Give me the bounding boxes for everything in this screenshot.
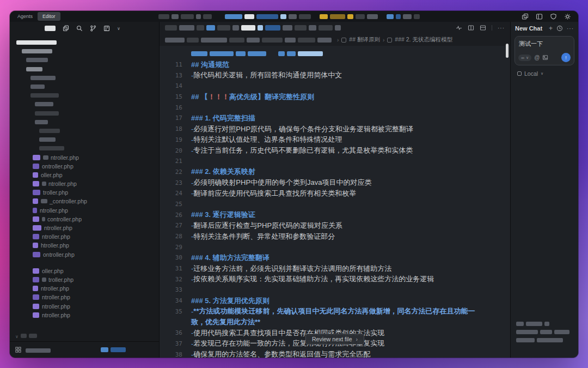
tree-item[interactable]: ntroller.php xyxy=(16,311,159,319)
activity-icon[interactable] xyxy=(456,25,462,31)
tree-item[interactable]: ntroller.php xyxy=(16,301,159,310)
tree-item[interactable]: ontroller.php xyxy=(16,250,159,259)
tree-item[interactable]: ntroller.php xyxy=(16,224,159,232)
code-line[interactable]: 34### 5. 方法复用优先原则 xyxy=(160,295,510,306)
tree-item[interactable]: oller.php xyxy=(16,267,159,275)
code-line[interactable]: 26### 3. 逐行逻辑验证 xyxy=(160,209,510,220)
tree-item[interactable]: ntroller.php xyxy=(16,293,159,301)
tree-item[interactable] xyxy=(16,56,159,64)
chat-input-card[interactable]: 测试一下 ∞ ∨ @ ↑ xyxy=(514,36,574,65)
redacted-block xyxy=(39,137,56,142)
tree-item[interactable] xyxy=(16,126,159,135)
tree-item[interactable] xyxy=(16,65,159,74)
editor-scrollbar[interactable] xyxy=(506,44,509,58)
code-line[interactable]: 29 xyxy=(160,242,510,252)
tree-item[interactable]: oller.php xyxy=(16,171,159,179)
code-editor[interactable]: 11## 沟通规范13- 除代码相关逻辑，所有回答和沟通使用简体中文1415##… xyxy=(160,46,510,358)
code-line[interactable]: 30### 4. 辅助方法完整翻译 xyxy=(160,252,510,263)
chat-message-input[interactable]: 测试一下 xyxy=(519,40,570,48)
rows-icon[interactable] xyxy=(480,25,486,31)
code-line[interactable]: 33 xyxy=(160,285,510,295)
code-line[interactable]: 17### 1. 代码完整扫描 xyxy=(160,113,510,124)
tree-item[interactable]: troller.php xyxy=(16,188,159,197)
chevron-down-icon[interactable]: ∨ xyxy=(117,26,120,31)
split-view-icon[interactable] xyxy=(468,25,474,31)
code-line[interactable] xyxy=(160,49,510,59)
code-line[interactable]: 24- 翻译前应先使用代码搜索工具查找所有相关类和枚举 xyxy=(160,188,510,199)
tree-item[interactable]: htroller.php xyxy=(16,241,159,250)
redacted-block xyxy=(268,51,276,56)
code-line[interactable]: 致，优先复用此方法** xyxy=(160,317,510,328)
model-mode-selector[interactable]: ∞ ∨ xyxy=(518,55,531,61)
code-text: ### 1. 代码完整扫描 xyxy=(191,113,255,123)
history-clock-icon[interactable] xyxy=(556,25,563,32)
tree-item[interactable] xyxy=(16,47,159,56)
code-line[interactable]: 35- **方法或功能模块迁移前，先确认项目中无此同名方法再做新增，同名方法已存… xyxy=(160,306,510,317)
tree-item[interactable]: ntroller.php xyxy=(16,206,159,215)
code-line[interactable]: 11## 沟通规范 xyxy=(160,59,510,70)
tree-item[interactable] xyxy=(16,118,159,126)
redacted-block xyxy=(248,51,266,56)
copy-windows-icon[interactable] xyxy=(522,13,529,20)
review-next-file-button[interactable]: Review next file › xyxy=(305,334,364,345)
search-icon[interactable] xyxy=(76,25,83,32)
tree-item[interactable]: ntroller.php xyxy=(16,153,159,161)
tree-item[interactable] xyxy=(16,82,159,91)
redacted-block xyxy=(196,14,201,19)
tree-item[interactable] xyxy=(16,109,159,118)
code-line[interactable]: 31- 迁移业务方法前，必须先识别并翻译该方法调用的所有辅助方法 xyxy=(160,263,510,274)
git-branch-icon[interactable] xyxy=(90,25,96,32)
local-context-selector[interactable]: Local ∨ xyxy=(511,65,578,82)
grid-icon[interactable] xyxy=(15,347,21,353)
code-line[interactable]: 38- 确保复用的方法签名、参数类型和返回值与需求完全匹配 xyxy=(160,349,510,358)
code-line[interactable]: 21 xyxy=(160,156,510,167)
breadcrumb-segment[interactable]: ### 2. 无状态编程模型 xyxy=(395,36,452,44)
tree-item[interactable]: controller.php xyxy=(16,215,159,224)
tree-item[interactable]: ontroller.php xyxy=(16,162,159,171)
tab-editor[interactable]: Editor xyxy=(38,12,60,21)
board-icon[interactable] xyxy=(103,25,110,32)
breadcrumb-segment[interactable]: ## 翻译原则 xyxy=(349,36,380,44)
project-switcher[interactable] xyxy=(45,26,56,31)
code-line[interactable]: 14 xyxy=(160,81,510,92)
more-options-icon[interactable]: ··· xyxy=(498,25,505,31)
code-text: **方法或功能模块迁移前，先确认项目中无此同名方法再做新增，同名方法已存在且功能… xyxy=(193,306,475,316)
code-line[interactable]: 19- 特别关注默认值处理、边界条件和特殊情况处理 xyxy=(160,135,510,146)
code-line[interactable]: 20- 专注于当前任务，历史代码不要删除已有逻辑，尤其是枚举类和实体类 xyxy=(160,145,510,156)
code-line[interactable]: 16 xyxy=(160,102,510,113)
tree-item[interactable]: ntroller.php xyxy=(16,179,159,188)
tree-item[interactable] xyxy=(16,100,159,108)
mention-icon[interactable]: @ xyxy=(534,55,540,61)
file-icon xyxy=(33,208,37,213)
new-chat-plus-icon[interactable]: + xyxy=(549,25,553,32)
tree-item[interactable] xyxy=(16,91,159,100)
code-line[interactable]: 28- 特别关注条件判断、异常处理和参数验证部分 xyxy=(160,231,510,242)
more-options-icon[interactable]: ··· xyxy=(567,26,574,32)
code-line[interactable]: 25 xyxy=(160,199,510,210)
code-line[interactable]: 23- 必须明确映射PHP中使用的每个类到Java项目中的对应类 xyxy=(160,177,510,188)
code-line[interactable]: 32- 按依赖关系顺序实现：先实现基础辅助方法，再实现依赖这些方法的业务逻辑 xyxy=(160,274,510,285)
tree-item-label: ntroller.php xyxy=(42,303,70,310)
code-line[interactable]: 27- 翻译后应逐行检查与PHP原代码的逻辑对应关系 xyxy=(160,220,510,231)
tree-item[interactable] xyxy=(16,38,159,47)
tree-item[interactable] xyxy=(16,135,159,144)
gear-icon[interactable] xyxy=(564,13,571,20)
code-line[interactable]: 15## 【！！！高优先级】翻译完整性原则 xyxy=(160,92,510,102)
tree-item[interactable] xyxy=(16,74,159,82)
file-icon xyxy=(33,268,39,274)
code-line[interactable]: 22### 2. 依赖关系映射 xyxy=(160,167,510,178)
tree-item[interactable]: troller.php xyxy=(16,275,159,284)
code-line[interactable]: 18- 必须逐行对照PHP原代码，确保每个条件分支和业务逻辑都被完整翻译 xyxy=(160,124,510,135)
copy-icon[interactable] xyxy=(63,25,69,32)
image-attach-icon[interactable] xyxy=(542,55,548,61)
send-button[interactable]: ↑ xyxy=(561,53,571,62)
tree-item[interactable]: ntroller.php xyxy=(16,232,159,241)
shield-icon[interactable] xyxy=(550,13,557,20)
tab-agents[interactable]: Agents xyxy=(13,12,38,21)
layout-icon[interactable] xyxy=(536,13,543,20)
tree-item[interactable]: ntroller.php xyxy=(16,284,159,293)
chevron-down-icon[interactable]: ∨ xyxy=(15,334,19,339)
tree-item[interactable] xyxy=(16,144,159,153)
tree-item[interactable]: _controller.php xyxy=(16,197,159,206)
code-line[interactable]: 13- 除代码相关逻辑，所有回答和沟通使用简体中文 xyxy=(160,70,510,81)
